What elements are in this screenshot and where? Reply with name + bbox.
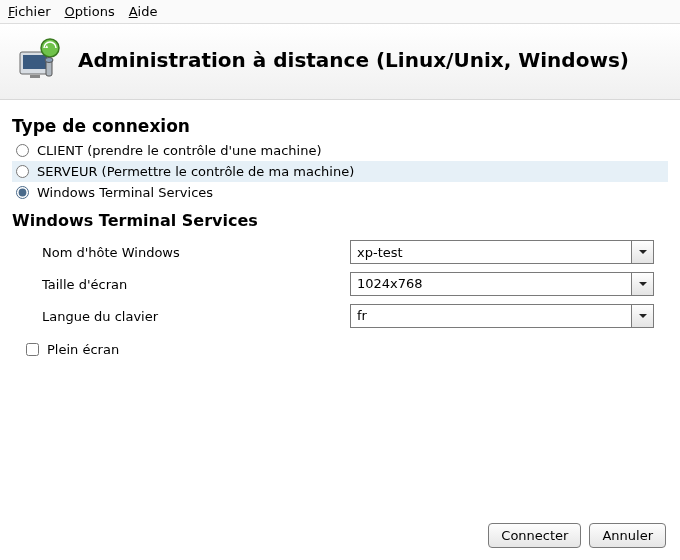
screensize-label: Taille d'écran	[42, 277, 342, 292]
svg-rect-1	[23, 55, 47, 69]
wts-heading: Windows Terminal Services	[12, 211, 668, 230]
hostname-dropdown-button[interactable]	[632, 240, 654, 264]
screensize-combo: 1024x768	[350, 272, 654, 296]
screensize-dropdown-button[interactable]	[632, 272, 654, 296]
screensize-value[interactable]: 1024x768	[350, 272, 632, 296]
svg-point-5	[45, 58, 53, 63]
wts-form: Nom d'hôte Windows Taille d'écran 1024x7…	[12, 240, 668, 328]
hostname-label: Nom d'hôte Windows	[42, 245, 342, 260]
radio-wts[interactable]: Windows Terminal Services	[12, 182, 668, 203]
header: Administration à distance (Linux/Unix, W…	[0, 24, 680, 100]
radio-server[interactable]: SERVEUR (Permettre le contrôle de ma mac…	[12, 161, 668, 182]
menu-options[interactable]: Options	[65, 4, 115, 19]
chevron-down-icon	[638, 247, 648, 257]
radio-server-label: SERVEUR (Permettre le contrôle de ma mac…	[37, 164, 354, 179]
button-bar: Connecter Annuler	[488, 523, 666, 548]
keyboard-value[interactable]: fr	[350, 304, 632, 328]
menu-file[interactable]: Fichier	[8, 4, 51, 19]
svg-rect-2	[30, 75, 40, 78]
page-title: Administration à distance (Linux/Unix, W…	[78, 48, 629, 72]
radio-wts-input[interactable]	[16, 186, 29, 199]
chevron-down-icon	[638, 311, 648, 321]
connection-type-heading: Type de connexion	[12, 116, 668, 136]
cancel-button[interactable]: Annuler	[589, 523, 666, 548]
radio-server-input[interactable]	[16, 165, 29, 178]
keyboard-dropdown-button[interactable]	[632, 304, 654, 328]
content: Type de connexion CLIENT (prendre le con…	[0, 100, 680, 367]
keyboard-combo: fr	[350, 304, 654, 328]
hostname-combo	[350, 240, 654, 264]
radio-client-input[interactable]	[16, 144, 29, 157]
radio-client[interactable]: CLIENT (prendre le contrôle d'une machin…	[12, 140, 668, 161]
fullscreen-checkbox[interactable]	[26, 343, 39, 356]
keyboard-label: Langue du clavier	[42, 309, 342, 324]
radio-client-label: CLIENT (prendre le contrôle d'une machin…	[37, 143, 322, 158]
fullscreen-row[interactable]: Plein écran	[26, 342, 668, 357]
remote-admin-icon	[18, 38, 64, 81]
connect-button[interactable]: Connecter	[488, 523, 581, 548]
radio-wts-label: Windows Terminal Services	[37, 185, 213, 200]
hostname-input[interactable]	[350, 240, 632, 264]
chevron-down-icon	[638, 279, 648, 289]
fullscreen-label: Plein écran	[47, 342, 119, 357]
menu-bar: Fichier Options Aide	[0, 0, 680, 24]
menu-help[interactable]: Aide	[129, 4, 158, 19]
